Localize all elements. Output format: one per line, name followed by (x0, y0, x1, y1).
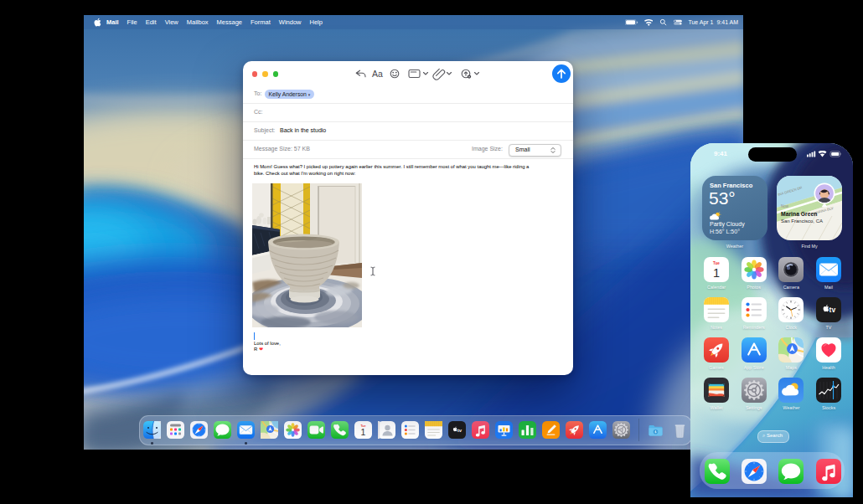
svg-text:1: 1 (713, 266, 720, 280)
svg-text:1: 1 (360, 427, 365, 437)
svg-text:San Francisco, CA: San Francisco, CA (781, 219, 823, 224)
svg-text:Now: Now (781, 204, 789, 208)
svg-text:tv: tv (457, 428, 463, 433)
svg-text:Marina Green: Marina Green (781, 211, 817, 217)
svg-text:tv: tv (829, 306, 836, 314)
svg-text:Aa: Aa (372, 69, 383, 79)
svg-text:Tue: Tue (713, 261, 720, 265)
